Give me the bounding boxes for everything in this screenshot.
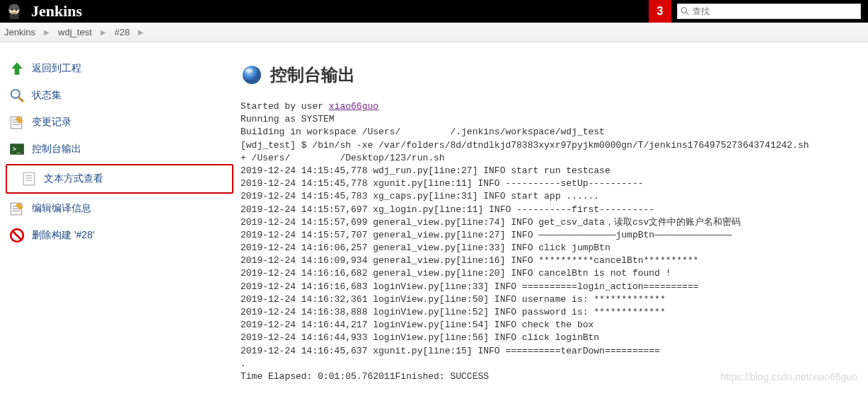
breadcrumb-sep-icon: ▶ [44,28,50,36]
search-icon [681,6,690,16]
sidebar-item-delete[interactable]: 删除构建 '#28' [6,222,233,249]
terminal-icon: >_ [9,141,25,157]
sidebar-item-label: 状态集 [32,89,62,102]
sidebar-item-text-view[interactable]: 文本方式查看 [6,164,233,194]
header-right: 3 [649,0,868,23]
sidebar-item-edit[interactable]: 编辑编译信息 [6,195,233,222]
sidebar-item-label: 返回到工程 [32,62,81,75]
top-header: Jenkins 3 [0,0,868,23]
breadcrumb-bar: Jenkins ▶ wdj_test ▶ #28 ▶ [0,23,868,42]
breadcrumb-project[interactable]: wdj_test [58,27,92,37]
breadcrumb-sep-icon: ▶ [138,28,144,36]
svg-line-5 [686,12,689,15]
sidebar-item-label: 编辑编译信息 [32,202,91,215]
up-arrow-icon [9,61,25,76]
sidebar-item-changes[interactable]: 变更记录 [6,109,233,136]
svg-point-4 [681,8,686,13]
notepad-icon [9,201,25,216]
sidebar-item-label: 文本方式查看 [44,172,103,185]
svg-point-25 [245,69,253,73]
svg-line-7 [18,97,23,102]
breadcrumb-sep-icon: ▶ [100,28,106,36]
svg-rect-1 [9,14,19,20]
main-container: 返回到工程 状态集 变更记录 >_ 控制台输出 文本方式查看 [0,42,868,397]
sidebar-item-console[interactable]: >_ 控制台输出 [6,136,233,163]
user-link[interactable]: xiao66guo [329,101,378,112]
console-output: Started by user xiao66guo Running as SYS… [241,100,854,383]
sidebar-item-label: 变更记录 [32,116,71,129]
page-title-block: 控制台输出 [241,64,854,86]
svg-point-3 [16,8,18,11]
svg-line-23 [13,231,21,240]
sidebar: 返回到工程 状态集 变更记录 >_ 控制台输出 文本方式查看 [0,42,241,397]
svg-point-2 [11,8,13,11]
sidebar-item-label: 控制台输出 [32,143,81,156]
notepad-icon [9,115,25,130]
breadcrumb-jenkins[interactable]: Jenkins [4,27,35,37]
console-line: Started by user [241,101,329,112]
prohibit-icon [9,228,25,243]
svg-point-24 [243,66,261,84]
svg-text:>_: >_ [12,145,21,153]
jenkins-icon [4,1,25,22]
search-box[interactable] [677,4,861,19]
notification-badge[interactable]: 3 [649,0,671,23]
breadcrumb-build[interactable]: #28 [115,27,130,37]
sidebar-item-status[interactable]: 状态集 [6,82,233,109]
content-area: 控制台输出 Started by user xiao66guo Running … [241,42,868,397]
orb-icon [241,64,263,86]
page-title: 控制台输出 [270,64,355,86]
search-input[interactable] [693,6,857,16]
jenkins-logo[interactable] [0,0,28,23]
search-icon [9,88,25,103]
watermark: https://blog.csdn.net/xiao66guo [720,371,857,382]
sidebar-item-label: 删除构建 '#28' [32,229,95,242]
svg-point-6 [11,90,20,98]
sidebar-item-back[interactable]: 返回到工程 [6,55,233,82]
jenkins-title[interactable]: Jenkins [31,2,82,21]
document-icon [21,171,37,187]
svg-rect-14 [23,172,34,185]
header-left: Jenkins [0,0,82,23]
